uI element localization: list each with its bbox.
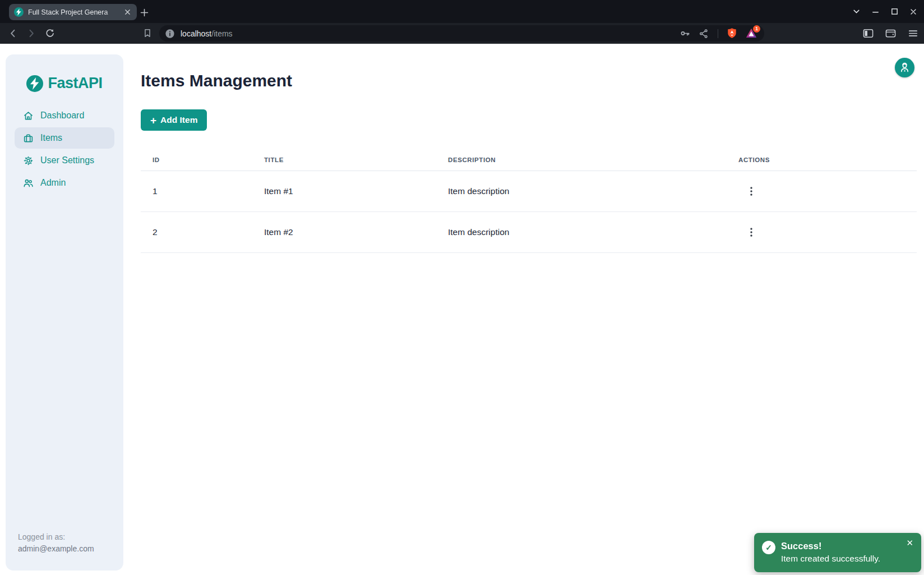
- toast-message: Item created successfully.: [781, 552, 913, 565]
- plus-icon: +: [150, 115, 156, 126]
- fastapi-favicon-icon: [14, 7, 24, 17]
- table-row: 1 Item #1 Item description: [141, 171, 917, 212]
- cell-title: Item #1: [252, 186, 436, 196]
- maximize-icon[interactable]: [885, 3, 904, 20]
- share-icon[interactable]: [699, 29, 709, 39]
- row-actions-kebab-button[interactable]: [744, 225, 759, 240]
- browser-titlebar: Full Stack Project Genera: [0, 0, 924, 23]
- wallet-icon[interactable]: [883, 25, 898, 41]
- row-actions-kebab-button[interactable]: [744, 184, 759, 199]
- sidebar-item-label: User Settings: [40, 155, 94, 165]
- browser-toolbar: localhost/items: [0, 23, 924, 44]
- key-icon[interactable]: [680, 28, 691, 39]
- forward-icon[interactable]: [23, 25, 39, 41]
- home-icon: [22, 110, 34, 121]
- url-bar[interactable]: localhost/items: [159, 25, 764, 42]
- window-controls: [847, 0, 923, 23]
- table-header-row: ID TITLE DESCRIPTION ACTIONS: [141, 149, 917, 171]
- sidebar-item-label: Items: [40, 133, 62, 143]
- brave-rewards-icon[interactable]: 1: [746, 28, 757, 39]
- sidebar-item-admin[interactable]: Admin: [15, 172, 114, 194]
- cell-id: 1: [141, 186, 252, 196]
- sidebar-item-items[interactable]: Items: [15, 127, 114, 149]
- add-item-label: Add Item: [160, 115, 197, 125]
- users-icon: [22, 177, 34, 188]
- reload-icon[interactable]: [42, 25, 58, 41]
- column-header-actions: ACTIONS: [727, 157, 917, 163]
- browser-tab[interactable]: Full Stack Project Genera: [9, 4, 137, 20]
- logged-in-label: Logged in as:: [18, 531, 94, 543]
- url-text: localhost/items: [181, 29, 680, 38]
- tab-close-icon[interactable]: [122, 7, 132, 17]
- gear-icon: [22, 155, 34, 166]
- cell-description: Item description: [436, 227, 727, 237]
- url-path: /items: [211, 29, 232, 38]
- cell-title: Item #2: [252, 227, 436, 237]
- urlbar-action-icons: 1: [680, 27, 757, 39]
- toast-body: Success! Item created successfully.: [781, 540, 913, 565]
- main-content: Items Management + Add Item ID TITLE DES…: [141, 44, 917, 253]
- toolbar-right-icons: [860, 25, 921, 41]
- sidebar: FastAPI Dashboard It: [6, 54, 123, 571]
- toast-close-icon[interactable]: ✕: [905, 537, 914, 548]
- app-page: FastAPI Dashboard It: [0, 44, 924, 575]
- success-toast: ✓ Success! Item created successfully. ✕: [754, 533, 921, 572]
- toast-title: Success!: [781, 540, 913, 552]
- window-close-icon[interactable]: [904, 3, 923, 20]
- cell-description: Item description: [436, 186, 727, 196]
- sidebar-item-label: Dashboard: [40, 111, 84, 121]
- column-header-id: ID: [141, 157, 252, 163]
- bookmark-icon[interactable]: [140, 25, 155, 41]
- url-host: localhost: [181, 29, 211, 38]
- logged-in-email: admin@example.com: [18, 543, 94, 555]
- sidebar-item-dashboard[interactable]: Dashboard: [15, 105, 114, 126]
- check-circle-icon: ✓: [762, 541, 775, 554]
- sidebar-toggle-icon[interactable]: [860, 25, 876, 41]
- sidebar-footer: Logged in as: admin@example.com: [18, 531, 94, 555]
- table-row: 2 Item #2 Item description: [141, 212, 917, 253]
- browser-chevron-down-icon[interactable]: [847, 3, 866, 20]
- toolbar-separator: [718, 29, 718, 38]
- site-info-icon[interactable]: [165, 29, 175, 39]
- back-icon[interactable]: [5, 25, 21, 41]
- add-item-button[interactable]: + Add Item: [141, 109, 207, 131]
- menu-icon[interactable]: [905, 25, 921, 41]
- logo-text: FastAPI: [48, 75, 102, 92]
- sidebar-nav: Dashboard Items: [6, 104, 123, 194]
- fastapi-bolt-icon: [26, 75, 43, 92]
- rewards-badge: 1: [753, 25, 760, 33]
- fastapi-logo: FastAPI: [6, 54, 123, 92]
- cell-id: 2: [141, 227, 252, 237]
- tab-title: Full Stack Project Genera: [28, 8, 122, 16]
- column-header-title: TITLE: [252, 157, 436, 163]
- sidebar-item-user-settings[interactable]: User Settings: [15, 150, 114, 171]
- sidebar-item-label: Admin: [40, 178, 66, 188]
- brave-shield-icon[interactable]: [727, 27, 737, 39]
- briefcase-icon: [22, 132, 34, 144]
- new-tab-button[interactable]: [137, 5, 151, 20]
- minimize-icon[interactable]: [866, 3, 885, 20]
- column-header-description: DESCRIPTION: [436, 157, 727, 163]
- page-title: Items Management: [141, 71, 917, 90]
- items-table: ID TITLE DESCRIPTION ACTIONS 1 Item #1 I…: [141, 149, 917, 253]
